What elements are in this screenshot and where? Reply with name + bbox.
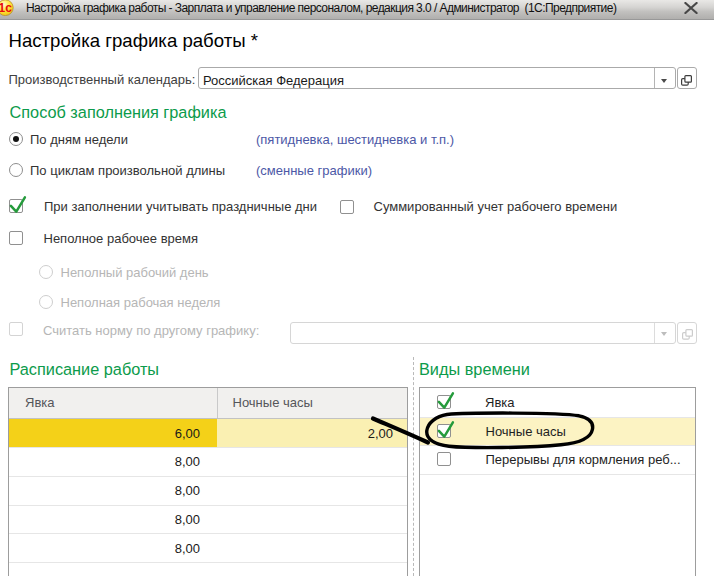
svg-text:1с: 1с bbox=[0, 1, 12, 15]
